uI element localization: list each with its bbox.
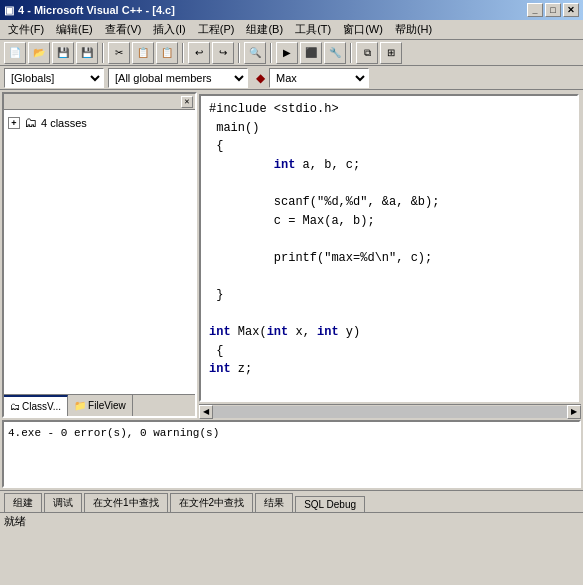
code-line-9: printf("max=%d\n", c); — [209, 249, 569, 268]
menu-edit[interactable]: 编辑(E) — [50, 20, 99, 39]
status-bar: 就绪 — [0, 512, 583, 530]
menu-project[interactable]: 工程(P) — [192, 20, 241, 39]
code-line-5 — [209, 174, 569, 193]
tree-expand-icon[interactable]: + — [8, 117, 20, 129]
undo-button[interactable]: ↩ — [188, 42, 210, 64]
toolbar-sep-4 — [270, 43, 272, 63]
fileview-tab[interactable]: 📁 FileView — [68, 395, 133, 416]
members-dropdown[interactable]: [All global members — [108, 68, 248, 88]
code-line-10 — [209, 267, 569, 286]
fileview-icon: 📁 — [74, 400, 86, 411]
toolbar-sep-1 — [102, 43, 104, 63]
save-button[interactable]: 💾 — [52, 42, 74, 64]
horizontal-scrollbar[interactable]: ◀ ▶ — [199, 404, 581, 418]
run-button[interactable]: ▶ — [276, 42, 298, 64]
panel-title-buttons: ✕ — [181, 96, 193, 108]
tree-item-classes[interactable]: + 🗂 4 classes — [8, 114, 191, 131]
output-text: 4.exe - 0 error(s), 0 warning(s) — [8, 426, 575, 441]
code-line-11: } — [209, 286, 569, 305]
toolbar-sep-2 — [182, 43, 184, 63]
redo-button[interactable]: ↪ — [212, 42, 234, 64]
code-line-4: int a, b, c; — [209, 156, 569, 175]
menu-file[interactable]: 文件(F) — [2, 20, 50, 39]
menu-insert[interactable]: 插入(I) — [147, 20, 191, 39]
code-line-13: int Max(int x, int y) — [209, 323, 569, 342]
stop-button[interactable]: ⬛ — [300, 42, 322, 64]
tab-find2[interactable]: 在文件2中查找 — [170, 493, 254, 512]
menu-help[interactable]: 帮助(H) — [389, 20, 438, 39]
new-file-button[interactable]: 📄 — [4, 42, 26, 64]
cut-button[interactable]: ✂ — [108, 42, 130, 64]
menu-bar: 文件(F) 编辑(E) 查看(V) 插入(I) 工程(P) 组建(B) 工具(T… — [0, 20, 583, 40]
scroll-left-button[interactable]: ◀ — [199, 405, 213, 419]
panel-close-button[interactable]: ✕ — [181, 96, 193, 108]
fileview-label: FileView — [88, 400, 126, 411]
other-button[interactable]: ⊞ — [380, 42, 402, 64]
left-panel: ✕ + 🗂 4 classes 🗂 ClassV... 📁 FileView — [2, 92, 197, 418]
bottom-tabs: 组建 调试 在文件1中查找 在文件2中查找 结果 SQL Debug — [0, 490, 583, 512]
code-editor[interactable]: #include <stdio.h> main() { int a, b, c;… — [199, 94, 579, 402]
save-all-button[interactable]: 💾 — [76, 42, 98, 64]
globals-dropdown[interactable]: [Globals] — [4, 68, 104, 88]
scroll-right-button[interactable]: ▶ — [567, 405, 581, 419]
window-button[interactable]: ⧉ — [356, 42, 378, 64]
code-line-16 — [209, 379, 569, 398]
tab-result[interactable]: 结果 — [255, 493, 293, 512]
toolbar-sep-3 — [238, 43, 240, 63]
classview-tab[interactable]: 🗂 ClassV... — [4, 395, 68, 416]
code-line-8 — [209, 230, 569, 249]
status-text: 就绪 — [4, 514, 26, 529]
title-bar-buttons: _ □ ✕ — [527, 3, 579, 17]
minimize-button[interactable]: _ — [527, 3, 543, 17]
close-button[interactable]: ✕ — [563, 3, 579, 17]
classview-label: ClassV... — [22, 401, 61, 412]
code-line-1: #include <stdio.h> — [209, 100, 569, 119]
title-bar: ▣ 4 - Microsoft Visual C++ - [4.c] _ □ ✕ — [0, 0, 583, 20]
code-line-7: c = Max(a, b); — [209, 212, 569, 231]
output-panel: 4.exe - 0 error(s), 0 warning(s) — [2, 420, 581, 488]
tree-item-label: 4 classes — [41, 117, 87, 129]
maximize-button[interactable]: □ — [545, 3, 561, 17]
dropdown-bar: [Globals] [All global members ◆ Max — [0, 66, 583, 90]
classview-icon: 🗂 — [10, 401, 20, 412]
menu-view[interactable]: 查看(V) — [99, 20, 148, 39]
window-title: 4 - Microsoft Visual C++ - [4.c] — [18, 4, 527, 16]
tab-debug[interactable]: 调试 — [44, 493, 82, 512]
copy-button[interactable]: 📋 — [132, 42, 154, 64]
menu-tools[interactable]: 工具(T) — [289, 20, 337, 39]
toolbar-sep-5 — [350, 43, 352, 63]
scroll-track[interactable] — [213, 406, 567, 418]
left-panel-titlebar: ✕ — [4, 94, 195, 110]
code-line-14: { — [209, 342, 569, 361]
tab-find1[interactable]: 在文件1中查找 — [84, 493, 168, 512]
func-dropdown[interactable]: Max — [269, 68, 369, 88]
code-line-17: if (x>y) z=x; — [209, 398, 569, 403]
code-line-2: main() — [209, 119, 569, 138]
tree-folder-icon: 🗂 — [24, 115, 37, 130]
tab-sql-debug[interactable]: SQL Debug — [295, 496, 365, 512]
main-area: ✕ + 🗂 4 classes 🗂 ClassV... 📁 FileView #… — [0, 90, 583, 420]
panel-tabs: 🗂 ClassV... 📁 FileView — [4, 394, 195, 416]
search-button[interactable]: 🔍 — [244, 42, 266, 64]
toolbar: 📄 📂 💾 💾 ✂ 📋 📋 ↩ ↪ 🔍 ▶ ⬛ 🔧 ⧉ ⊞ — [0, 40, 583, 66]
menu-window[interactable]: 窗口(W) — [337, 20, 389, 39]
code-line-3: { — [209, 137, 569, 156]
paste-button[interactable]: 📋 — [156, 42, 178, 64]
build-button[interactable]: 🔧 — [324, 42, 346, 64]
title-icon: ▣ — [4, 4, 14, 17]
menu-build[interactable]: 组建(B) — [240, 20, 289, 39]
tab-build[interactable]: 组建 — [4, 493, 42, 512]
code-line-12 — [209, 305, 569, 324]
open-button[interactable]: 📂 — [28, 42, 50, 64]
code-line-15: int z; — [209, 360, 569, 379]
class-tree: + 🗂 4 classes — [4, 110, 195, 394]
code-line-6: scanf("%d,%d", &a, &b); — [209, 193, 569, 212]
